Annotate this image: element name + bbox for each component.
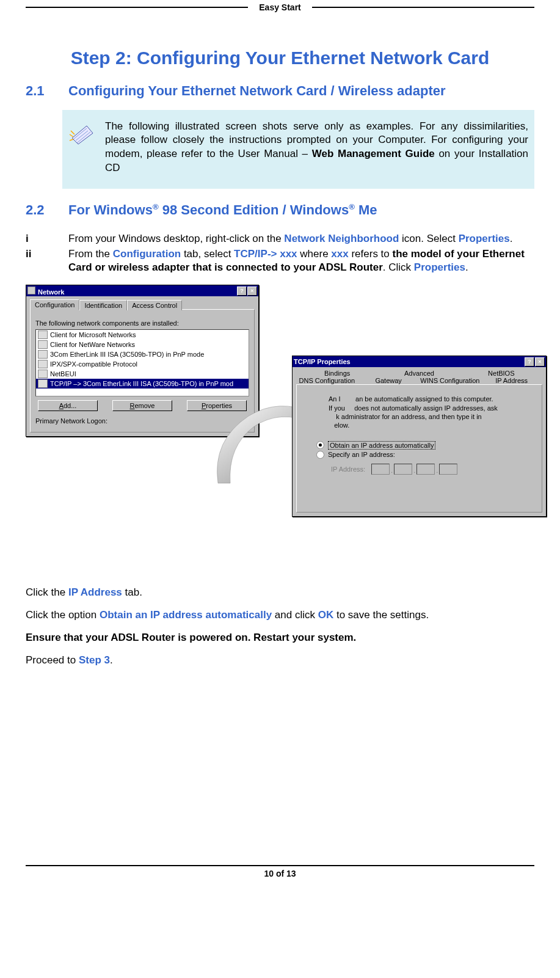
network-tabs: ConfigurationIdentificationAccess Contro… [30,299,255,309]
network-titlebar: Network ? × [26,285,258,296]
component-icon [38,379,48,388]
components-label: The following network components are ins… [35,319,249,327]
section-2-1-heading: 2.1 Configuring Your Ethernet Network Ca… [26,83,534,99]
component-icon [38,330,48,339]
tab-dns-configuration[interactable]: DNS Configuration [296,377,358,384]
close-button[interactable]: × [535,357,545,367]
help-button[interactable]: ? [525,357,534,367]
section-title: Configuring Your Ethernet Network Card /… [68,83,534,99]
step-text: From your Windows desktop, right-click o… [68,232,512,246]
step-marker: ii [26,247,68,276]
tab-configuration[interactable]: Configuration [30,299,79,310]
window-icon [27,286,35,294]
component-icon [38,360,48,368]
list-item[interactable]: 3Com EtherLink III ISA (3C509b-TPO) in P… [36,349,249,359]
header-rule: Easy Start [26,2,534,12]
radio-icon [316,451,324,459]
page-number: 10 of 13 [264,869,296,878]
tab-identification[interactable]: Identification [79,300,127,310]
primary-logon-label: Primary Network Logon: [35,417,249,425]
section-number: 2.1 [26,83,68,99]
tab-gateway[interactable]: Gateway [358,377,420,384]
properties-button[interactable]: Properties [187,400,247,411]
help-button[interactable]: ? [237,286,247,296]
section-title: For Windows® 98 Second Edition / Windows… [68,202,534,218]
section-number: 2.2 [26,202,68,218]
tab-netbios[interactable]: NetBIOS [460,370,542,377]
after-figure-text: Click the IP Address tab. Click the opti… [26,584,534,670]
note-box: The following illustrated screen shots s… [62,110,534,189]
step-text: From the Configuration tab, select TCP/I… [68,247,534,276]
remove-button[interactable]: Remove [112,400,172,411]
instruction-step: iiFrom the Configuration tab, select TCP… [26,247,534,276]
list-item[interactable]: Client for NetWare Networks [36,340,249,349]
tcpip-titlebar: TCP/IP Properties ? × [293,356,546,367]
component-icon [38,340,48,349]
tab-ip-address[interactable]: IP Address [481,377,542,384]
tcpip-description: An I an be automatically assigned to thi… [329,395,537,429]
close-button[interactable]: × [247,286,257,296]
tcpip-dialog: TCP/IP Properties ? × BindingsAdvancedNe… [292,356,547,517]
list-item[interactable]: Client for Microsoft Networks [36,330,249,340]
tab-bindings[interactable]: Bindings [296,370,378,377]
note-text: The following illustrated screen shots s… [105,120,528,176]
network-dialog: Network ? × ConfigurationIdentificationA… [26,285,259,437]
header-title: Easy Start [248,2,311,12]
radio-obtain-auto[interactable]: Obtain an IP address automatically [316,441,537,450]
tab-wins-configuration[interactable]: WINS Configuration [420,377,481,384]
add-button[interactable]: Add... [38,400,98,411]
figure-area: Network ? × ConfigurationIdentificationA… [26,285,534,572]
tab-access-control[interactable]: Access Control [127,300,182,310]
tab-advanced[interactable]: Advanced [378,370,460,377]
section-2-2-heading: 2.2 For Windows® 98 Second Edition / Win… [26,202,534,218]
component-icon [38,350,48,359]
components-listbox[interactable]: Client for Microsoft NetworksClient for … [35,329,249,396]
tcpip-tabs: BindingsAdvancedNetBIOS DNS Configuratio… [296,370,542,384]
instruction-step: iFrom your Windows desktop, right-click … [26,232,534,246]
radio-specify[interactable]: Specify an IP address: [316,451,537,459]
ip-address-field: IP Address: . . . [331,464,537,475]
instruction-list: iFrom your Windows desktop, right-click … [26,232,534,276]
component-icon [38,370,48,378]
footer: 10 of 13 [26,865,534,878]
list-item[interactable]: TCP/IP –> 3Com EtherLink III ISA (3C509b… [36,379,249,389]
step-marker: i [26,232,68,246]
radio-icon [316,441,324,449]
step-title: Step 2: Configuring Your Ethernet Networ… [26,46,534,70]
note-icon [68,120,98,149]
list-item[interactable]: NetBEUI [36,369,249,379]
list-item[interactable]: IPX/SPX-compatible Protocol [36,359,249,369]
